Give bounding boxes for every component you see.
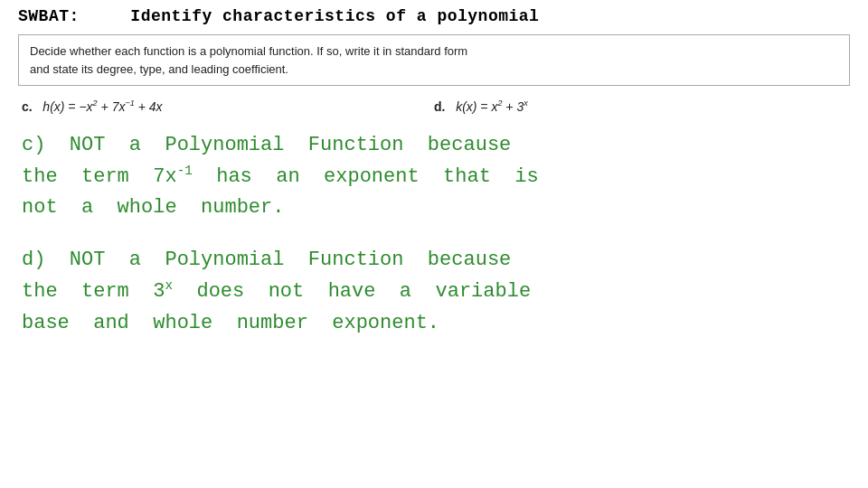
swbat-label: SWBAT:	[18, 7, 80, 25]
problem-c: c. h(x) = −x2 + 7x−1 + 4x	[22, 99, 434, 114]
answer-d-line2: the term 3x does not have a variable	[22, 276, 846, 307]
answer-c-block: c) NOT a Polynomial Function because the…	[22, 130, 846, 224]
header-title: SWBAT: Identify characteristics of a pol…	[18, 7, 850, 25]
instruction-box: Decide whether each function is a polyno…	[18, 34, 850, 86]
page: SWBAT: Identify characteristics of a pol…	[0, 0, 868, 488]
answer-d-line3: base and whole number exponent.	[22, 308, 846, 339]
problem-d-label: d.	[434, 99, 445, 114]
answer-c-line2: the term 7x-1 has an exponent that is	[22, 161, 846, 192]
instruction-line1: Decide whether each function is a polyno…	[30, 42, 838, 61]
instruction-line2: and state its degree, type, and leading …	[30, 61, 838, 79]
header-subtitle: Identify characteristics of a polynomial	[130, 7, 539, 25]
problem-c-function: h(x) = −x2 + 7x−1 + 4x	[42, 99, 162, 114]
problems-row: c. h(x) = −x2 + 7x−1 + 4x d. k(x) = x2 +…	[18, 99, 850, 114]
problem-d-function: k(x) = x2 + 3x	[456, 99, 528, 114]
answer-d-line1: d) NOT a Polynomial Function because	[22, 245, 846, 276]
answers-section: c) NOT a Polynomial Function because the…	[18, 130, 850, 339]
answer-c-line1: c) NOT a Polynomial Function because	[22, 130, 846, 161]
answer-c-line3: not a whole number.	[22, 192, 846, 223]
problem-d: d. k(x) = x2 + 3x	[434, 99, 846, 114]
answer-d-block: d) NOT a Polynomial Function because the…	[22, 245, 846, 339]
problem-c-label: c.	[22, 99, 33, 114]
